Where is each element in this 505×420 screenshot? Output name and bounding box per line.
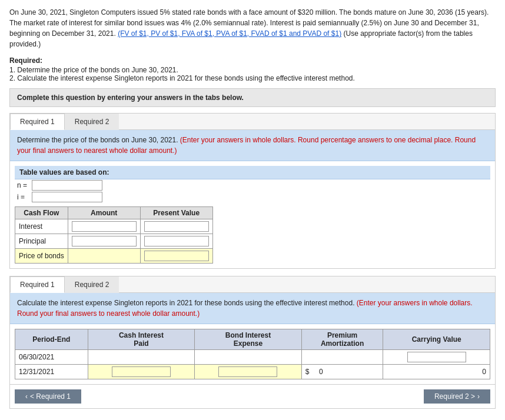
bond-interest-12312021-input[interactable] bbox=[218, 366, 277, 377]
interest-pv-input[interactable] bbox=[144, 221, 209, 232]
n-input[interactable] bbox=[32, 180, 102, 191]
bond-interest-12312021[interactable] bbox=[195, 365, 302, 379]
prev-button[interactable]: ‹ < Required 1 bbox=[15, 389, 81, 404]
interest-row: Interest bbox=[15, 219, 213, 234]
cashflow-header: Cash Flow Amount Present Value bbox=[15, 207, 213, 219]
tab-required2-panel2[interactable]: Required 2 bbox=[65, 276, 119, 293]
tab-required1-panel2[interactable]: Required 1 bbox=[10, 276, 65, 293]
row-12312021: 12/31/2021 $ 0 0 bbox=[15, 365, 490, 379]
principal-amount[interactable] bbox=[68, 234, 140, 249]
tab-required2-panel1[interactable]: Required 2 bbox=[65, 114, 119, 130]
info-highlight-1: (Enter your answers in whole dollars. Ro… bbox=[17, 136, 476, 155]
cashflow-table: Cash Flow Amount Present Value Interest … bbox=[15, 206, 213, 264]
period-12312021: 12/31/2021 bbox=[15, 365, 88, 379]
price-row: Price of bonds bbox=[15, 249, 213, 264]
intro-paragraph: On June 30, 2021, Singleton Computers is… bbox=[9, 7, 496, 49]
bond-interest-06302021 bbox=[195, 350, 302, 365]
col-bond-interest: Bond InterestExpense bbox=[195, 329, 302, 350]
i-row: i = bbox=[15, 191, 109, 203]
tab-bar-2: Required 1 Required 2 bbox=[10, 276, 495, 293]
carrying-12312021: 0 bbox=[383, 365, 490, 379]
col-period: Period-End bbox=[15, 329, 88, 350]
required-section: Required: 1. Determine the price of the … bbox=[9, 56, 496, 82]
premium-12312021: $ 0 bbox=[301, 365, 383, 379]
prev-label: < Required 1 bbox=[30, 392, 71, 401]
interest-label: Interest bbox=[15, 219, 68, 234]
panel-2: Required 1 Required 2 Calculate the inte… bbox=[9, 276, 496, 409]
period-06302021: 06/30/2021 bbox=[15, 350, 88, 365]
info-bar-2: Calculate the interest expense Singleton… bbox=[10, 293, 495, 324]
price-label: Price of bonds bbox=[15, 249, 68, 264]
next-label: Required 2 > bbox=[434, 392, 475, 401]
n-label: n = bbox=[15, 179, 29, 191]
panel-1: Required 1 Required 2 Determine the pric… bbox=[9, 113, 496, 269]
period-table: Period-End Cash InterestPaid Bond Intere… bbox=[15, 329, 490, 379]
interest-amount-input[interactable] bbox=[72, 221, 137, 232]
info-bar-1: Determine the price of the bonds on June… bbox=[10, 130, 495, 161]
info-highlight-2: (Enter your answers in whole dollars. Ro… bbox=[17, 299, 473, 318]
principal-pv[interactable] bbox=[140, 234, 212, 249]
col-cash-interest: Cash InterestPaid bbox=[88, 329, 195, 350]
principal-amount-input[interactable] bbox=[72, 236, 137, 246]
premium-06302021 bbox=[301, 350, 383, 365]
principal-label: Principal bbox=[15, 234, 68, 249]
complete-banner: Complete this question by entering your … bbox=[9, 88, 496, 107]
n-row: n = bbox=[15, 179, 109, 191]
next-button[interactable]: Required 2 > › bbox=[424, 389, 490, 404]
cash-interest-12312021[interactable] bbox=[88, 365, 195, 379]
i-input[interactable] bbox=[32, 192, 102, 202]
col-pv: Present Value bbox=[140, 207, 212, 219]
panel2-content: Period-End Cash InterestPaid Bond Intere… bbox=[10, 324, 495, 384]
price-pv-input[interactable] bbox=[144, 251, 209, 261]
col-premium-amort: PremiumAmortization bbox=[301, 329, 383, 350]
carrying-06302021[interactable] bbox=[383, 350, 490, 365]
table-links[interactable]: (FV of $1, PV of $1, FVA of $1, PVA of $… bbox=[118, 29, 341, 38]
period-header: Period-End Cash InterestPaid Bond Intere… bbox=[15, 329, 490, 350]
tab-required1-panel1[interactable]: Required 1 bbox=[10, 114, 65, 130]
table-values-label: Table values are based on: bbox=[15, 166, 490, 179]
cash-interest-06302021 bbox=[88, 350, 195, 365]
principal-row: Principal bbox=[15, 234, 213, 249]
carrying-06302021-input[interactable] bbox=[407, 352, 466, 362]
principal-pv-input[interactable] bbox=[144, 236, 209, 246]
col-amount: Amount bbox=[68, 207, 140, 219]
col-cashflow: Cash Flow bbox=[15, 207, 68, 219]
interest-pv[interactable] bbox=[140, 219, 212, 234]
tab-bar-1: Required 1 Required 2 bbox=[10, 114, 495, 130]
row-06302021: 06/30/2021 bbox=[15, 350, 490, 365]
next-icon: › bbox=[477, 392, 480, 401]
panel1-content: Table values are based on: n = i = Cash … bbox=[10, 161, 495, 268]
price-amount bbox=[68, 249, 140, 264]
cash-interest-12312021-input[interactable] bbox=[112, 366, 171, 377]
n-i-table: n = i = bbox=[15, 179, 109, 203]
i-label: i = bbox=[15, 191, 29, 203]
required-item2: 2. Calculate the interest expense Single… bbox=[9, 74, 496, 82]
interest-amount[interactable] bbox=[68, 219, 140, 234]
bottom-nav: ‹ < Required 1 Required 2 > › bbox=[10, 384, 495, 408]
price-pv[interactable] bbox=[140, 249, 212, 264]
prev-icon: ‹ bbox=[25, 392, 28, 401]
required-title: Required: bbox=[9, 56, 496, 65]
col-carrying-value: Carrying Value bbox=[383, 329, 490, 350]
required-item1: 1. Determine the price of the bonds on J… bbox=[9, 66, 496, 74]
